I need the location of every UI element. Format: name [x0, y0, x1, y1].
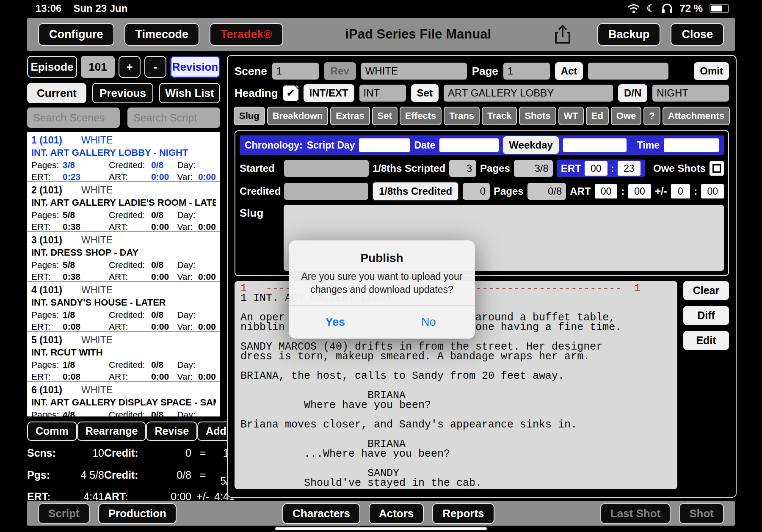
heading-checkbox[interactable]: ✔✎: [283, 85, 298, 101]
rearrange-button[interactable]: Rearrange: [77, 422, 146, 441]
eighths-credited-field[interactable]: 0: [463, 183, 490, 200]
ert-label: ERT:: [31, 172, 63, 182]
scene-list-item-3[interactable]: 3 (101) WHITE INT. DRESS SHOP - DAY Page…: [27, 232, 220, 282]
tab-track[interactable]: Track: [482, 107, 517, 125]
diff-button[interactable]: Diff: [683, 306, 729, 325]
upload-share-icon[interactable]: [553, 24, 572, 44]
credited-field[interactable]: [284, 183, 368, 200]
time-field[interactable]: [664, 138, 719, 152]
episode-button[interactable]: Episode: [27, 56, 77, 78]
weekday-field[interactable]: [563, 138, 627, 152]
tab-wt[interactable]: WT: [558, 107, 584, 125]
episode-number-field[interactable]: 101: [81, 56, 115, 78]
owe-shots-checkbox[interactable]: [710, 161, 724, 176]
ert-minutes-field[interactable]: 23: [618, 161, 641, 176]
dialog-buttons: Yes No: [289, 306, 475, 339]
search-scenes-input[interactable]: Search Scenes: [27, 108, 120, 128]
int-ext-field[interactable]: INT: [359, 85, 406, 102]
edit-button[interactable]: Edit: [683, 331, 729, 350]
ert-value: 0:38: [63, 222, 80, 232]
tab-breakdown[interactable]: Breakdown: [267, 107, 329, 125]
app-screen: 13:06 Sun 23 Jun ☾ 72 % Configure Timeco…: [0, 0, 762, 532]
act-field[interactable]: [588, 63, 668, 80]
shot-button[interactable]: Shot: [679, 503, 724, 524]
started-field[interactable]: [284, 160, 369, 177]
pages-label: Pages:: [31, 310, 63, 320]
page-field[interactable]: 1: [503, 63, 550, 80]
close-button[interactable]: Close: [671, 23, 724, 46]
tab-shots[interactable]: Shots: [519, 107, 556, 125]
battery-percent: 72 %: [679, 3, 703, 14]
revise-button[interactable]: Revise: [146, 422, 197, 441]
day-night-button[interactable]: D/N: [618, 84, 647, 102]
scene-list-item-4[interactable]: 4 (101) WHITE INT. SANDY'S HOUSE - LATER…: [27, 282, 220, 332]
art-minutes-field[interactable]: 00: [628, 184, 651, 198]
var-value: 0:00: [198, 372, 216, 382]
tab-ed[interactable]: Ed: [586, 107, 609, 125]
day-night-field[interactable]: NIGHT: [652, 85, 729, 102]
dialog-title: Publish: [289, 251, 475, 266]
act-button[interactable]: Act: [555, 62, 583, 80]
status-date: Sun 23 Jun: [73, 3, 127, 14]
art-hours-field[interactable]: 00: [595, 184, 618, 198]
episode-plus-button[interactable]: +: [119, 56, 141, 78]
last-shot-button[interactable]: Last Shot: [600, 503, 671, 524]
set-button[interactable]: Set: [411, 84, 439, 102]
omit-button[interactable]: Omit: [694, 62, 729, 80]
tab-slug[interactable]: Slug: [234, 107, 265, 125]
eighths-credited-button[interactable]: 1/8ths Credited: [372, 182, 459, 201]
tab-trans[interactable]: Trans: [444, 107, 480, 125]
teradek-button[interactable]: Teradek®: [210, 23, 283, 46]
eighths-scripted-field[interactable]: 3: [449, 160, 476, 177]
scene-list-item-2[interactable]: 2 (101) WHITE INT. ART GALLERY LADIE'S R…: [27, 182, 220, 232]
scene-list-item-5[interactable]: 5 (101) WHITE INT. RCUT WITH Pages:1/8 C…: [27, 332, 220, 382]
scene-list-item-6[interactable]: 6 (101) WHITE INT. ART GALLERY DISPLAY S…: [27, 382, 220, 416]
date-field[interactable]: [439, 138, 499, 152]
scene-number-field[interactable]: 1: [272, 63, 319, 80]
production-mode-button[interactable]: Production: [98, 503, 177, 524]
dialog-no-button[interactable]: No: [382, 306, 475, 339]
tab-effects[interactable]: Effects: [400, 107, 442, 125]
home-indicator[interactable]: [275, 527, 487, 530]
art-label: ART:: [109, 322, 151, 332]
reports-button[interactable]: Reports: [432, 503, 494, 524]
ert-hours-field[interactable]: 00: [585, 161, 607, 176]
backup-button[interactable]: Backup: [597, 23, 661, 46]
pages-credited-field[interactable]: 0/8: [527, 183, 566, 200]
script-mode-button[interactable]: Script: [38, 503, 90, 524]
var-label: Var:: [177, 222, 198, 232]
rev-button[interactable]: Rev: [324, 62, 356, 80]
heading-row: Heading ✔✎ INT/EXT INT Set ART GALLERY L…: [235, 84, 729, 102]
episode-minus-button[interactable]: -: [144, 56, 166, 78]
comm-button[interactable]: Comm: [27, 422, 77, 441]
characters-button[interactable]: Characters: [282, 503, 360, 524]
credit-pages-value: 0/8: [152, 469, 191, 481]
dialog-yes-button[interactable]: Yes: [289, 306, 382, 339]
search-script-input[interactable]: Search Script: [127, 108, 220, 128]
script-day-field[interactable]: [359, 138, 410, 152]
timecode-button[interactable]: Timecode: [124, 23, 200, 46]
tab-owe[interactable]: Owe: [611, 107, 641, 125]
tab-wish-list[interactable]: Wish List: [159, 83, 220, 103]
variance-hours-field[interactable]: 0: [671, 184, 690, 198]
pages-value: 1/8: [63, 360, 75, 370]
tab-extras[interactable]: Extras: [330, 107, 370, 125]
tab-previous[interactable]: Previous: [92, 83, 153, 103]
scene-list-item-1[interactable]: 1 (101) WHITE INT. ART GALLERY LOBBY - N…: [27, 132, 220, 182]
tab-help[interactable]: ?: [643, 107, 660, 125]
clear-button[interactable]: Clear: [683, 281, 729, 300]
set-field[interactable]: ART GALLERY LOBBY: [444, 85, 613, 102]
revision-color-field[interactable]: WHITE: [361, 63, 467, 80]
variance-minutes-field[interactable]: 00: [701, 184, 724, 198]
tab-current[interactable]: Current: [27, 83, 86, 103]
tab-attachments[interactable]: Attachments: [663, 107, 730, 125]
revision-button[interactable]: Revision: [170, 56, 220, 78]
weekday-button[interactable]: Weekday: [503, 136, 559, 154]
tab-set[interactable]: Set: [372, 107, 398, 125]
actors-button[interactable]: Actors: [369, 503, 424, 524]
configure-button[interactable]: Configure: [38, 23, 114, 46]
scene-number: 6 (101): [31, 384, 81, 396]
focus-moon-icon: ☾: [647, 4, 655, 13]
int-ext-button[interactable]: INT/EXT: [304, 84, 354, 102]
pages-scripted-field[interactable]: 3/8: [514, 160, 553, 177]
